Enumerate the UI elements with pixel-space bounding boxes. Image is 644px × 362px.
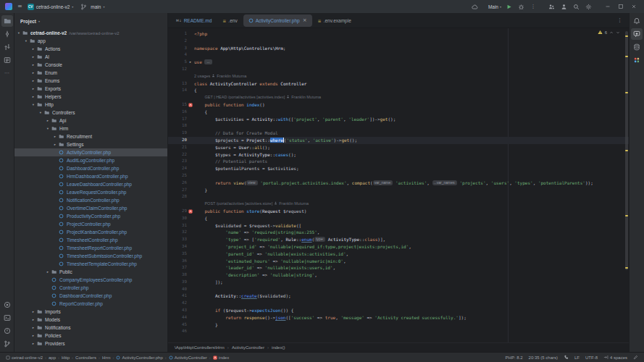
- gutter[interactable]: 2: [168, 38, 194, 45]
- more-tools-icon[interactable]: ⋯: [1, 67, 13, 79]
- tree-folder-item[interactable]: ▸Settings: [14, 140, 167, 148]
- tree-folder-item[interactable]: ▾cetrad-online-v2/var/www/cetrad-online-…: [14, 29, 167, 37]
- tree-file-item[interactable]: CompanyEmployeesController.php: [14, 276, 167, 284]
- tree-chevron-icon[interactable]: ▸: [45, 119, 51, 122]
- code-line[interactable]: 31 $validated = $request->validate([: [168, 222, 629, 230]
- gutter[interactable]: 13: [168, 80, 194, 88]
- tree-file-item[interactable]: DashboardController.php: [14, 164, 167, 172]
- code-line[interactable]: 29 public function store(Request $reques…: [168, 208, 629, 215]
- tree-file-item[interactable]: TimesheetReportController.php: [14, 244, 167, 252]
- tree-chevron-icon[interactable]: ▾: [16, 31, 22, 35]
- code-line[interactable]: 44 return response()->json(['success' =>…: [168, 314, 629, 321]
- code-line[interactable]: 15 public function index(): [168, 101, 629, 109]
- breadcrumb-item[interactable]: index(): [272, 345, 285, 350]
- code-line[interactable]: 25: [168, 172, 629, 180]
- inlay-hint[interactable]: POST /portal/activities [activities.stor…: [204, 201, 629, 208]
- code-line[interactable]: 1<?php: [168, 30, 629, 38]
- editor-tab[interactable]: M↓README.md: [171, 14, 217, 27]
- nav-bar-item[interactable]: Controllers: [75, 355, 96, 360]
- code-line[interactable]: 37 'leader_id' => 'nullable|exists:users…: [168, 264, 629, 272]
- tree-folder-item[interactable]: ▸Helpers: [14, 93, 167, 101]
- tree-folder-item[interactable]: ▾Http: [14, 101, 167, 109]
- tree-file-item[interactable]: LeaveRequestController.php: [14, 188, 167, 196]
- code-line[interactable]: 12: [168, 66, 629, 73]
- tab-close-icon[interactable]: ×: [303, 17, 307, 23]
- tree-file-item[interactable]: DashboardController.php: [14, 292, 167, 300]
- tree-file-item[interactable]: ProductivityController.php: [14, 212, 167, 220]
- ai-assistant-icon[interactable]: [631, 28, 643, 40]
- gutter[interactable]: 32: [168, 229, 194, 236]
- code-line[interactable]: 39 ]);: [168, 279, 629, 286]
- tree-folder-item[interactable]: ▸Enums: [14, 77, 167, 85]
- caret-position-widget[interactable]: 20:35 (5 chars): [529, 355, 558, 360]
- editor-scrollbar[interactable]: [624, 28, 629, 342]
- tree-file-item[interactable]: ProjectKanbanController.php: [14, 228, 167, 236]
- run-config-selector-widget[interactable]: Main▾: [488, 4, 501, 9]
- gutter[interactable]: 24: [168, 165, 194, 172]
- pull-requests-tool-icon[interactable]: [1, 41, 13, 53]
- problems-tool-icon[interactable]: [1, 325, 13, 337]
- gutter[interactable]: 15: [168, 101, 194, 109]
- gutter[interactable]: 3: [168, 45, 194, 52]
- gutter[interactable]: 17: [168, 116, 194, 123]
- code-line[interactable]: 34 'project_id' => 'nullable|required_if…: [168, 243, 629, 251]
- code-line[interactable]: 17 $activities = Activity::with(['projec…: [168, 116, 629, 123]
- inlay-hint-row[interactable]: GET | HEAD /portal/activities [activitie…: [168, 94, 629, 101]
- tree-file-item[interactable]: TimesheetTemplateController.php: [14, 260, 167, 268]
- breadcrumb-item[interactable]: \App\Http\Controllers\Hrm: [175, 345, 225, 350]
- tree-chevron-icon[interactable]: ▾: [23, 39, 29, 43]
- gutter[interactable]: 21: [168, 144, 194, 151]
- gutter[interactable]: 43: [168, 307, 194, 314]
- settings-icon[interactable]: [583, 1, 593, 12]
- version-control-tool-icon[interactable]: [1, 338, 13, 350]
- gutter[interactable]: 26: [168, 180, 194, 187]
- gutter[interactable]: 35: [168, 251, 194, 258]
- inlay-hint[interactable]: GET | HEAD /portal/activities [activitie…: [204, 94, 629, 101]
- tree-file-item[interactable]: TimesheetSubmissionController.php: [14, 252, 167, 260]
- run-button-icon[interactable]: [503, 1, 514, 12]
- tree-file-item[interactable]: ReportController.php: [14, 300, 167, 308]
- nav-bar-item[interactable]: index: [213, 355, 229, 360]
- plugins-tool-icon[interactable]: [631, 54, 643, 66]
- editor-tab[interactable]: ≡.env: [217, 14, 242, 27]
- tree-chevron-icon[interactable]: ▸: [30, 318, 36, 321]
- tree-chevron-icon[interactable]: ▸: [30, 79, 36, 83]
- code-line[interactable]: 45 }: [168, 321, 629, 329]
- code-line[interactable]: 32 'name' => 'required|string|max:255',: [168, 229, 629, 236]
- tree-chevron-icon[interactable]: ▸: [30, 47, 36, 51]
- tree-folder-item[interactable]: ▾app: [14, 37, 167, 45]
- project-tool-icon[interactable]: [1, 15, 13, 27]
- nav-bar-item[interactable]: ActivityController: [169, 355, 207, 360]
- database-tool-icon[interactable]: [631, 41, 643, 53]
- code-line[interactable]: 20 $projects = Project::where('status', …: [168, 137, 629, 144]
- terminal-tool-icon[interactable]: [1, 312, 13, 324]
- code-line[interactable]: 19 // Data for Create Modal: [168, 130, 629, 137]
- tree-folder-item[interactable]: ▸Exports: [14, 85, 167, 93]
- gutter[interactable]: 16: [168, 109, 194, 116]
- tree-chevron-icon[interactable]: ▸: [30, 95, 36, 98]
- main-menu-icon[interactable]: ≡: [17, 4, 22, 9]
- gutter[interactable]: 41: [168, 292, 194, 300]
- tree-folder-item[interactable]: ▸Providers: [14, 340, 167, 348]
- code-line[interactable]: 5▸use ...: [168, 59, 629, 66]
- tree-chevron-icon[interactable]: ▸: [30, 326, 36, 329]
- editor-tab[interactable]: ActivityController.php×: [243, 14, 312, 27]
- laravel-route-gutter-icon[interactable]: [187, 208, 194, 215]
- line-separator-widget[interactable]: LF: [574, 355, 580, 360]
- code-line[interactable]: 16 {: [168, 109, 629, 116]
- tree-folder-item[interactable]: ▾Hrm: [14, 125, 167, 132]
- inlay-hint[interactable]: 2 usagesFranklin Mutuma: [194, 73, 629, 80]
- gutter[interactable]: 23: [168, 158, 194, 165]
- code-line[interactable]: 23 // Potential parents: [168, 158, 629, 165]
- gutter[interactable]: 1: [168, 30, 194, 38]
- code-line[interactable]: 4: [168, 51, 629, 59]
- gutter[interactable]: 46: [168, 328, 194, 335]
- tree-folder-item[interactable]: ▸Models: [14, 316, 167, 324]
- debug-button-icon[interactable]: [516, 1, 526, 12]
- code-line[interactable]: 28: [168, 193, 629, 201]
- code-line[interactable]: 3namespace App\Http\Controllers\Hrm;: [168, 45, 629, 52]
- code-line[interactable]: 41 Activity::create($validated);: [168, 292, 629, 300]
- next-problem-icon[interactable]: [616, 30, 620, 35]
- gutter[interactable]: 39: [168, 279, 194, 286]
- search-everywhere-icon[interactable]: [571, 1, 581, 12]
